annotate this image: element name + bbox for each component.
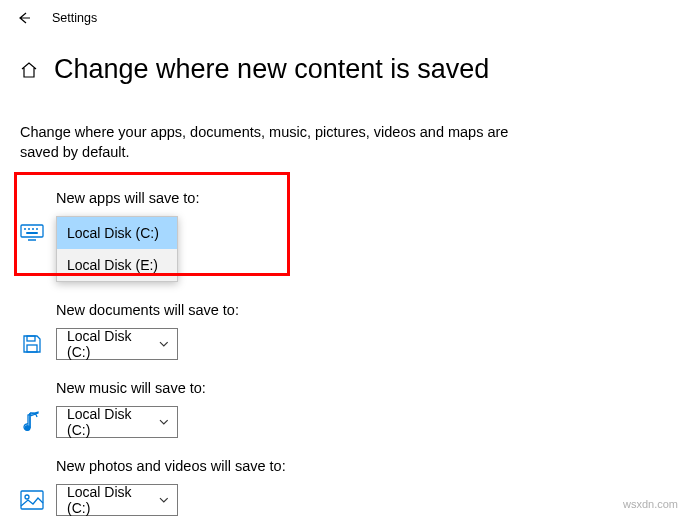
setting-group-photos: New photos and videos will save to: Loca… — [20, 458, 668, 516]
setting-group-music: New music will save to: Local Disk (C:) — [20, 380, 668, 438]
svg-point-11 — [25, 495, 29, 499]
apps-option-c[interactable]: Local Disk (C:) — [57, 217, 177, 249]
page-header: Change where new content is saved — [0, 36, 688, 85]
setting-label-music: New music will save to: — [56, 380, 668, 396]
chevron-down-icon — [159, 419, 169, 425]
setting-label-photos: New photos and videos will save to: — [56, 458, 668, 474]
chevron-down-icon — [159, 497, 169, 503]
setting-row-documents: Local Disk (C:) — [20, 328, 668, 360]
setting-group-apps: New apps will save to: Local Disk (C:) L… — [20, 190, 668, 282]
arrow-left-icon — [16, 10, 32, 26]
svg-rect-7 — [27, 336, 35, 341]
setting-row-photos: Local Disk (C:) — [20, 484, 668, 516]
setting-label-apps: New apps will save to: — [56, 190, 668, 206]
svg-rect-8 — [27, 345, 37, 352]
image-icon — [20, 488, 44, 512]
documents-dropdown[interactable]: Local Disk (C:) — [56, 328, 178, 360]
save-icon — [20, 332, 44, 356]
photos-dropdown-value: Local Disk (C:) — [67, 484, 155, 516]
photos-dropdown[interactable]: Local Disk (C:) — [56, 484, 178, 516]
back-button[interactable] — [14, 8, 34, 28]
page-title: Change where new content is saved — [54, 54, 489, 85]
setting-label-documents: New documents will save to: — [56, 302, 668, 318]
apps-dropdown-expanded[interactable]: Local Disk (C:) Local Disk (E:) — [56, 216, 178, 282]
music-dropdown[interactable]: Local Disk (C:) — [56, 406, 178, 438]
app-title: Settings — [52, 11, 97, 25]
setting-group-documents: New documents will save to: Local Disk (… — [20, 302, 668, 360]
titlebar: Settings — [0, 0, 688, 36]
documents-dropdown-value: Local Disk (C:) — [67, 328, 155, 360]
page-description: Change where your apps, documents, music… — [0, 85, 560, 162]
svg-rect-0 — [21, 225, 43, 237]
music-dropdown-value: Local Disk (C:) — [67, 406, 155, 438]
setting-row-music: Local Disk (C:) — [20, 406, 668, 438]
apps-option-e[interactable]: Local Disk (E:) — [57, 249, 177, 281]
content-area: New apps will save to: Local Disk (C:) L… — [0, 162, 688, 516]
chevron-down-icon — [159, 341, 169, 347]
watermark: wsxdn.com — [623, 498, 678, 510]
setting-row-apps: Local Disk (C:) Local Disk (E:) — [20, 216, 668, 282]
music-note-icon — [20, 410, 44, 434]
home-icon[interactable] — [20, 61, 38, 79]
keyboard-icon — [20, 220, 44, 244]
